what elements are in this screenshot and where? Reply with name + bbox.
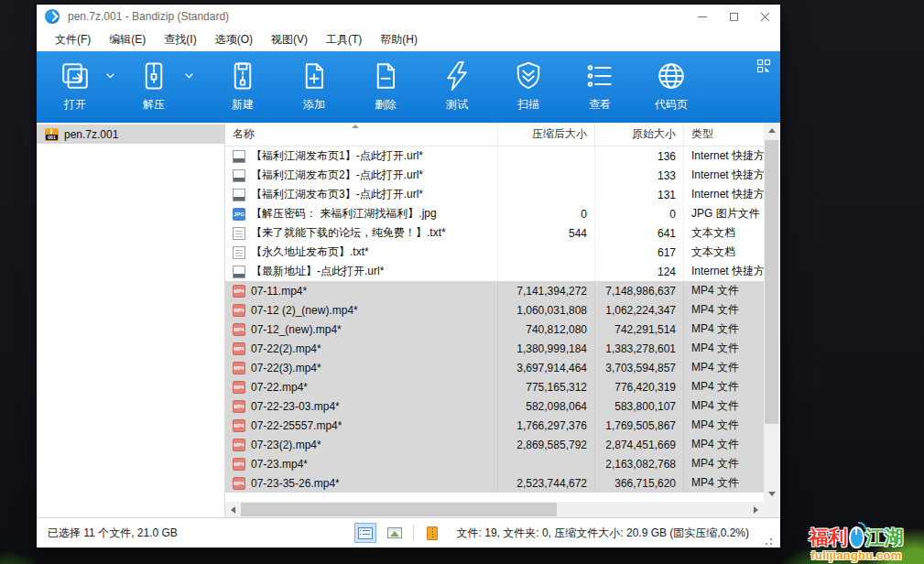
bandizip-logo-icon [45,9,60,24]
file-list-pane: 名称 压缩后大小 原始大小 类型 【福利江湖发布页1】-点此打开.url*136… [225,123,780,517]
maximize-button[interactable] [718,5,749,28]
compressed-size [498,262,595,281]
toolbar: 打开解压新建添加删除测试扫描查看代码页 [37,51,780,123]
toolbar-button-test[interactable]: 测试 [421,58,493,113]
mp4-file-icon: MP4 [233,362,245,374]
scroll-up-button[interactable] [764,123,779,138]
codepage-icon [654,58,689,94]
table-row[interactable]: MP407-22-25557.mp4*1,766,297,3761,769,50… [225,416,764,435]
file-type: Internet 快捷方式 [684,262,764,281]
jpg-file-icon: JPG [233,208,245,221]
vertical-scrollbar[interactable] [764,123,779,502]
scroll-right-button[interactable] [748,502,764,517]
chevron-down-icon[interactable] [101,58,119,94]
compressed-size [498,166,595,185]
file-type: MP4 文件 [684,473,764,493]
menu-item-edit[interactable]: 编辑(E) [100,28,155,51]
compressed-size: 1,060,031,808 [498,300,595,320]
table-row[interactable]: MP407-22(2).mp4*1,380,999,1841,383,278,6… [225,339,764,358]
table-row[interactable]: MP407-22.mp4*775,165,312776,420,319MP4 文… [225,377,764,396]
file-type: Internet 快捷方式 [684,166,764,185]
details-view-button[interactable] [354,523,376,543]
toolbar-button-delete[interactable]: 删除 [350,58,421,113]
status-bar: 已选择 11 个文件, 21.0 GB 文件: 19, 文件夹: 0, 压缩文件… [37,517,780,548]
toolbar-button-scan[interactable]: 扫描 [493,58,564,113]
table-row[interactable]: JPG【解压密码： 来福利江湖找福利】.jpg00JPG 图片文件 [225,204,764,223]
menu-item-find[interactable]: 查找(I) [155,28,205,51]
toolbar-button-new[interactable]: 新建 [207,58,278,113]
extract-icon [136,58,171,94]
toolbar-button-view[interactable]: 查看 [564,58,636,113]
menu-item-tools[interactable]: 工具(T) [317,28,371,51]
sidebar-item-label: pen.7z.001 [64,128,118,141]
open-archive-folder-button[interactable] [421,523,443,543]
column-header-original-size[interactable]: 原始大小 [595,123,684,146]
table-row[interactable]: 【福利江湖发布页2】-点此打开.url*133Internet 快捷方式 [225,166,764,185]
compressed-size [498,454,595,473]
url-file-icon [233,266,245,278]
sidebar-item-archive[interactable]: 001pen.7z.001 [37,125,224,144]
table-row[interactable]: MP407-23.mp4*2,163,082,768MP4 文件 [225,454,764,473]
table-row[interactable]: MP407-12 (2)_(new).mp4*1,060,031,8081,06… [225,300,764,320]
file-name: 【永久地址发布页】.txt* [251,244,369,260]
table-row[interactable]: MP407-12_(new).mp4*740,812,080742,291,51… [225,320,764,339]
file-name: 07-23.mp4* [251,458,308,471]
menu-item-view[interactable]: 视图(V) [262,28,317,51]
open-icon [58,58,92,94]
original-size: 366,715,620 [595,473,684,493]
chevron-down-icon[interactable] [179,58,198,94]
scroll-down-button[interactable] [764,486,779,502]
table-row[interactable]: 【来了就能下载的论坛，纯免费！】.txt*544641文本文档 [225,223,764,243]
mp4-file-icon: MP4 [233,342,245,355]
menu-item-help[interactable]: 帮助(H) [371,28,427,51]
main-area: 001pen.7z.001 名称 压缩后大小 原始大小 类型 【福利江湖发布页1… [37,123,780,517]
horizontal-scrollbar[interactable] [225,502,764,517]
mp4-file-icon: MP4 [233,381,245,394]
toolbar-buttons: 打开解压新建添加删除测试扫描查看代码页 [49,58,707,113]
table-row[interactable]: 【福利江湖发布页3】-点此打开.url*131Internet 快捷方式 [225,185,764,204]
table-row[interactable]: MP407-11.mp4*7,141,394,2727,148,986,637M… [225,281,764,300]
close-button[interactable] [749,5,780,28]
toolbar-button-add[interactable]: 添加 [278,58,350,113]
url-file-icon [233,189,245,201]
column-header-type[interactable]: 类型 [684,123,764,146]
file-name: 07-11.mp4* [251,285,307,298]
toolbar-button-extract[interactable]: 解压 [128,58,179,113]
window-title: pen.7z.001 - Bandizip (Standard) [68,10,229,23]
scroll-right-icon [754,506,758,514]
title-bar[interactable]: pen.7z.001 - Bandizip (Standard) [37,5,780,28]
compressed-size: 2,523,744,672 [498,473,595,493]
toolbar-button-codepage[interactable]: 代码页 [636,58,707,113]
column-header-compressed-size[interactable]: 压缩后大小 [498,123,595,146]
horizontal-scroll-thumb[interactable] [241,503,557,516]
scroll-left-button[interactable] [225,502,241,517]
file-type: 文本文档 [684,243,764,262]
table-row[interactable]: MP407-22(3).mp4*3,697,914,4643,703,594,8… [225,358,764,377]
file-type: MP4 文件 [684,377,764,396]
table-row[interactable]: MP407-23(2).mp4*2,869,585,7922,874,451,6… [225,435,764,454]
menu-item-options[interactable]: 选项(O) [206,28,262,51]
vertical-scroll-thumb[interactable] [765,140,778,424]
table-row[interactable]: 【最新地址】-点此打开.url*124Internet 快捷方式 [225,262,764,281]
compressed-size [498,146,595,166]
file-name: 【福利江湖发布页2】-点此打开.url* [251,168,423,183]
resize-grip[interactable] [762,535,773,546]
scan-icon [511,58,546,94]
minimize-button[interactable] [687,5,718,28]
menu-item-file[interactable]: 文件(F) [46,28,100,51]
toolbar-button-open[interactable]: 打开 [49,58,101,113]
table-row[interactable]: MP407-23-35-26.mp4*2,523,744,672366,715,… [225,473,764,493]
table-row[interactable]: 【永久地址发布页】.txt*617文本文档 [225,243,764,262]
compressed-size: 1,380,999,184 [498,339,595,358]
file-type: MP4 文件 [684,339,764,358]
desktop-background: pen.7z.001 - Bandizip (Standard) 文件(F)编辑… [0,0,924,564]
original-size: 3,703,594,857 [595,358,684,377]
compressed-size [498,185,595,204]
file-name: 07-23(2).mp4* [251,439,321,451]
file-type: Internet 快捷方式 [684,146,764,166]
preview-button[interactable] [384,523,406,543]
table-row[interactable]: 【福利江湖发布页1】-点此打开.url*136Internet 快捷方式 [225,146,764,166]
table-row[interactable]: MP407-22-23-03.mp4*582,098,064583,800,10… [225,396,764,416]
layout-toggle-icon[interactable] [756,59,771,73]
column-header-name[interactable]: 名称 [225,123,498,146]
